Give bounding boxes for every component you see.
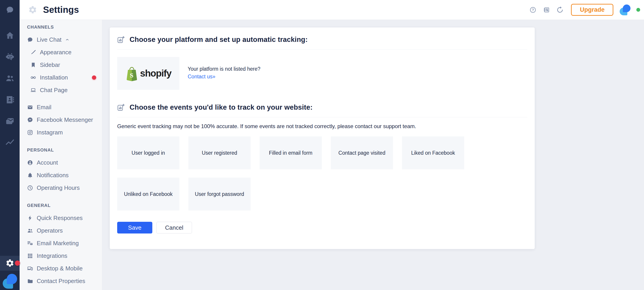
tidio-logo-avatar[interactable] [3, 274, 17, 289]
envelope-icon [27, 104, 33, 110]
app-root: Settings ? Upgrade CHANNELSLive ChatAppe… [0, 0, 644, 290]
upgrade-button[interactable]: Upgrade [571, 4, 613, 16]
sidebar-item-installation[interactable]: Installation [27, 71, 102, 84]
sidebar-item-label: Contact Properties [37, 278, 85, 285]
rail-item-address-book[interactable] [0, 89, 20, 110]
platform-not-listed: Your platform is not listed here? Contac… [188, 65, 260, 90]
cancel-button[interactable]: Cancel [156, 222, 192, 234]
operators-icon [27, 228, 33, 234]
rail-item-analytics[interactable] [0, 132, 20, 153]
paintbrush-icon [30, 49, 36, 55]
sidebar-item-chat-page[interactable]: Chat Page [27, 84, 102, 96]
sidebar-item-facebook-messenger[interactable]: Facebook Messenger [27, 113, 102, 126]
lightning-icon [27, 215, 33, 221]
events-heading: Choose the events you'd like to track on… [130, 103, 312, 111]
clock-icon [27, 185, 33, 191]
sidebar-item-email-marketing[interactable]: Email Marketing [27, 237, 102, 250]
sidebar-item-label: Account [37, 159, 58, 166]
events-heading-row: Choose the events you'd like to track on… [117, 101, 527, 114]
bookmark-icon [30, 62, 36, 68]
sidebar-item-live-chat[interactable]: Live Chat [27, 33, 102, 46]
sidebar-item-desktop-mobile[interactable]: Desktop & Mobile [27, 262, 102, 275]
sidebar-item-integrations[interactable]: Integrations [27, 250, 102, 262]
event-tile-user-registered[interactable]: User registered [188, 136, 250, 169]
sidebar-item-operating-hours[interactable]: Operating Hours [27, 182, 102, 194]
save-button[interactable]: Save [117, 222, 152, 234]
desktop-mobile-icon [27, 266, 33, 272]
event-tile-filled-in-email-form[interactable]: Filled in email form [260, 136, 322, 169]
sidebar-item-contact-properties[interactable]: Contact Properties [27, 275, 102, 287]
topbar: Settings ? Upgrade [20, 0, 644, 20]
rail-chat-logo[interactable] [0, 0, 20, 20]
mailing-icon [5, 116, 15, 126]
sidebar-item-instagram[interactable]: Instagram [27, 126, 102, 139]
settings-gear-icon [28, 5, 37, 14]
help-icon[interactable]: ? [530, 6, 536, 13]
sidebar-item-label: Instagram [37, 129, 63, 136]
event-tile-unliked-on-facebook[interactable]: Unliked on Facebook [117, 178, 179, 211]
rail-item-home[interactable] [0, 25, 20, 46]
messenger-icon [27, 117, 33, 123]
email-marketing-icon [27, 240, 33, 246]
chart-add-icon [117, 36, 124, 43]
event-tile-user-forgot-password[interactable]: User forgot password [188, 178, 250, 211]
main-content: Choose your platform and set up automati… [102, 20, 644, 290]
rail-item-contacts[interactable] [0, 67, 20, 89]
sidebar-item-label: Operating Hours [37, 184, 80, 191]
platform-row: S shopify Your platform is not listed he… [117, 57, 527, 90]
online-status-dot [636, 8, 640, 12]
svg-text:S: S [130, 72, 134, 79]
sidebar-item-label: Facebook Messenger [37, 116, 93, 123]
rail-item-chatbot[interactable] [0, 46, 20, 67]
button-row: Save Cancel [117, 222, 527, 234]
rail-bottom [0, 256, 20, 290]
instagram-icon [27, 129, 33, 136]
chatbot-icon [5, 52, 15, 62]
chart-add-icon [117, 104, 124, 111]
event-tile-liked-on-facebook[interactable]: Liked on Facebook [402, 136, 464, 169]
sidebar-item-label: Live Chat [37, 36, 62, 43]
home-icon [5, 31, 15, 40]
sidebar-item-label: Integrations [37, 252, 67, 259]
caret-up-icon [64, 37, 70, 42]
settings-sidebar: CHANNELSLive ChatAppearanceSidebarInstal… [20, 20, 102, 290]
sidebar-item-operators[interactable]: Operators [27, 224, 102, 237]
event-tile-contact-page-visited[interactable]: Contact page visited [331, 136, 393, 169]
divider [117, 49, 527, 49]
rail-settings-item[interactable] [0, 256, 20, 271]
sidebar-item-label: Notifications [37, 172, 69, 179]
account-avatar[interactable] [620, 4, 630, 15]
analytics-icon [5, 138, 15, 147]
contacts-icon [5, 74, 15, 83]
sidebar-item-appearance[interactable]: Appearance [27, 46, 102, 58]
sidebar-item-label: Installation [40, 74, 68, 81]
sidebar-item-account[interactable]: Account [27, 156, 102, 169]
sidebar-item-label: Chat Page [40, 87, 68, 94]
svg-text:?: ? [532, 8, 534, 12]
logo-bubble-dark [623, 4, 630, 12]
primary-rail [0, 0, 20, 290]
tracking-settings-card: Choose your platform and set up automati… [110, 27, 535, 249]
sidebar-item-project-billing[interactable]: Project & Billing [27, 287, 102, 290]
sidebar-item-label: Desktop & Mobile [37, 265, 83, 272]
folder-icon [27, 278, 33, 284]
platform-shopify-tile[interactable]: S shopify [117, 57, 179, 90]
event-tile-user-logged-in[interactable]: User logged in [117, 136, 179, 169]
rail-item-mailing[interactable] [0, 110, 20, 132]
news-icon[interactable] [543, 6, 550, 13]
sidebar-item-quick-responses[interactable]: Quick Responses [27, 212, 102, 224]
contact-us-link[interactable]: Contact us» [188, 74, 216, 79]
platform-heading: Choose your platform and set up automati… [130, 35, 308, 44]
chat-bubble-icon [6, 6, 14, 14]
sidebar-item-label: Quick Responses [37, 215, 83, 222]
topbar-right: ? Upgrade [530, 4, 640, 16]
sidebar-item-label: Appearance [40, 49, 72, 56]
page-title: Settings [43, 5, 79, 15]
chat-bubble-icon [27, 37, 33, 43]
shopify-wordmark: shopify [140, 68, 172, 79]
sidebar-item-email[interactable]: Email [27, 101, 102, 113]
refresh-icon[interactable] [556, 6, 563, 13]
sidebar-item-notifications[interactable]: Notifications [27, 169, 102, 182]
account-icon [27, 160, 33, 166]
sidebar-item-sidebar[interactable]: Sidebar [27, 58, 102, 71]
